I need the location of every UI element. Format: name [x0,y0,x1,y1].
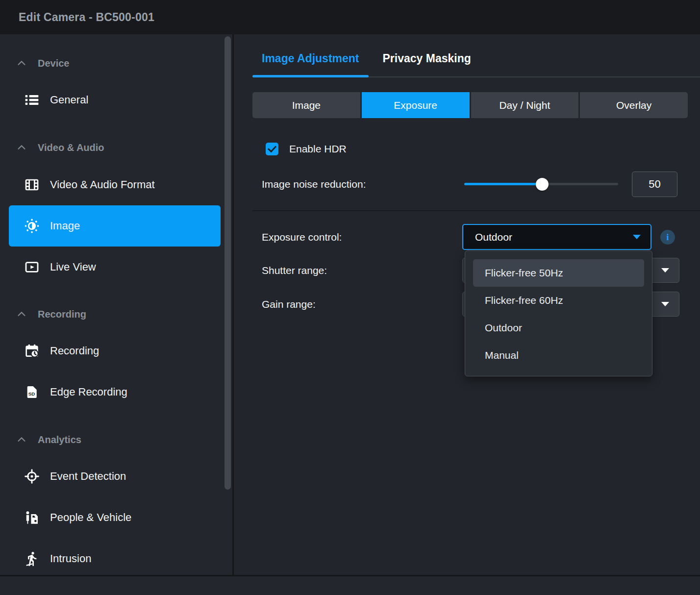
sidebar-scrollbar-thumb[interactable] [225,36,231,490]
enable-hdr-row: Enable HDR [252,143,700,155]
dialog-footer [0,575,700,595]
exposure-control-select[interactable]: Outdoor [462,224,651,250]
sidebar-item-people-vehicle[interactable]: People & Vehicle [9,497,221,538]
sidebar-item-edge-recording[interactable]: SD Edge Recording [9,372,221,413]
section-label: Video & Audio [38,142,104,153]
exposure-control-value: Outdoor [475,231,512,243]
chevron-up-icon [16,309,27,320]
sidebar-item-live-view[interactable]: Live View [9,247,221,288]
section-label: Analytics [38,434,81,446]
sidebar-item-label: Live View [50,261,96,273]
exposure-control-label: Exposure control: [262,231,462,243]
exposure-control-dropdown-menu: Flicker-free 50Hz Flicker-free 60Hz Outd… [465,250,652,376]
target-icon [24,468,40,485]
settings-sidebar: Device General Video & Audio Video & Au [0,34,234,575]
shutter-range-label: Shutter range: [262,265,462,276]
slider-fill [464,183,542,185]
sidebar-item-label: Video & Audio Format [50,178,155,191]
sidebar-section-video-audio[interactable]: Video & Audio [0,137,232,158]
tab-image-adjustment[interactable]: Image Adjustment [252,51,369,76]
sidebar-item-label: Event Detection [50,470,126,483]
menu-option-flicker-free-60hz[interactable]: Flicker-free 60Hz [473,287,644,314]
calendar-clock-icon [24,343,40,359]
sidebar-item-label: Image [50,220,80,232]
running-person-icon [24,550,40,567]
noise-reduction-slider[interactable] [462,178,618,191]
svg-text:SD: SD [28,391,35,397]
menu-option-manual[interactable]: Manual [473,342,644,369]
info-icon[interactable]: i [660,230,675,245]
sidebar-item-label: Intrusion [50,552,91,565]
noise-reduction-row: Image noise reduction: 50 [252,171,700,198]
play-screen-icon [24,259,40,275]
dialog-title: Edit Camera - BC500-001 [19,11,154,24]
segment-overlay-button[interactable]: Overlay [580,92,688,118]
film-strip-icon [24,176,40,193]
chevron-up-icon [16,434,27,445]
sidebar-item-video-audio-format[interactable]: Video & Audio Format [9,164,221,205]
section-divider [252,210,700,211]
chevron-up-icon [16,142,27,153]
chevron-down-icon [661,268,669,273]
sidebar-item-event-detection[interactable]: Event Detection [9,456,221,497]
list-icon [24,92,40,108]
sidebar-item-label: Recording [50,345,99,357]
section-label: Device [38,58,70,69]
menu-option-outdoor[interactable]: Outdoor [473,314,644,342]
image-subsection-switcher: Image Exposure Day / Night Overlay [252,92,688,118]
chevron-up-icon [16,58,27,69]
sidebar-section-recording[interactable]: Recording [0,304,232,324]
sidebar-item-image[interactable]: Image [9,205,221,247]
enable-hdr-checkbox[interactable] [266,143,278,155]
segment-exposure-button[interactable]: Exposure [362,92,470,118]
sd-card-icon: SD [24,384,40,400]
noise-reduction-value[interactable]: 50 [632,172,677,197]
sidebar-item-intrusion[interactable]: Intrusion [9,538,221,575]
noise-reduction-label: Image noise reduction: [262,178,462,190]
edit-camera-dialog: Edit Camera - BC500-001 Device General [0,0,700,595]
enable-hdr-label: Enable HDR [289,143,347,155]
sidebar-item-label: General [50,94,88,106]
exposure-control-row: Exposure control: Outdoor i [252,224,700,250]
dialog-titlebar: Edit Camera - BC500-001 [0,0,700,34]
sidebar-item-label: People & Vehicle [50,511,131,524]
chevron-down-icon [661,302,669,306]
segment-day-night-button[interactable]: Day / Night [471,92,579,118]
settings-tabs: Image Adjustment Privacy Masking [252,34,700,77]
slider-thumb[interactable] [536,178,549,191]
sidebar-section-analytics[interactable]: Analytics [0,429,232,450]
tab-privacy-masking[interactable]: Privacy Masking [374,51,480,76]
menu-option-flicker-free-50hz[interactable]: Flicker-free 50Hz [473,259,644,287]
sidebar-item-recording[interactable]: Recording [9,330,221,372]
section-label: Recording [38,309,86,320]
chevron-down-icon [633,235,641,239]
sidebar-section-device[interactable]: Device [0,53,232,74]
brightness-icon [24,218,40,234]
sidebar-item-general[interactable]: General [9,79,221,121]
segment-image-button[interactable]: Image [252,92,360,118]
gain-range-label: Gain range: [262,298,462,310]
people-vehicle-icon [24,509,40,526]
sidebar-item-label: Edge Recording [50,386,127,398]
